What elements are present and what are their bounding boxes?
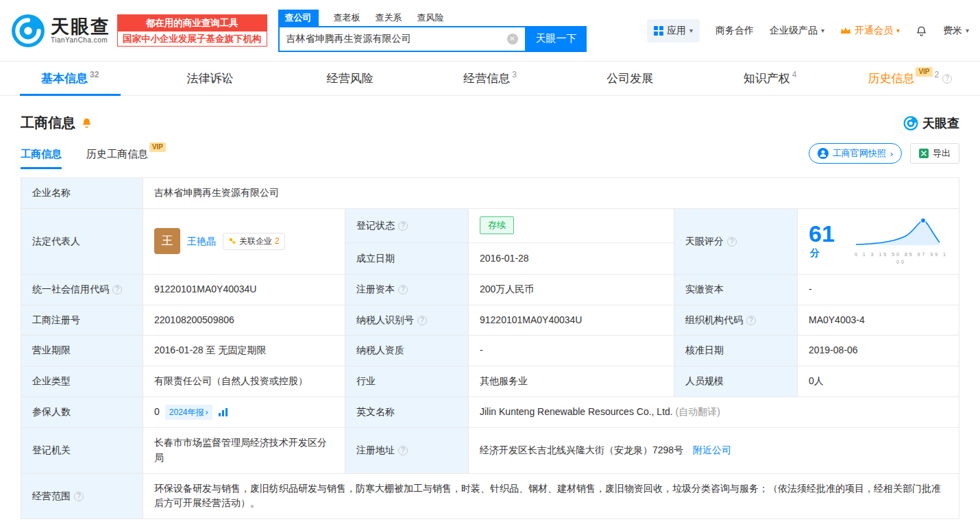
english-name-cell: Jilin Kunteng Renewable Resources Co., L… <box>469 397 959 428</box>
tab-label: 知识产权 <box>744 71 790 86</box>
tianyancha-watermark: 天眼查 <box>903 115 959 131</box>
apps-menu-label: 应用 <box>667 25 686 37</box>
label-text: 注册地址 <box>356 444 395 455</box>
monitor-bell-icon[interactable] <box>81 117 93 129</box>
tab-operating-risk[interactable]: 经营风险 <box>280 62 420 95</box>
business-term-value: 2016-01-28 至 无固定期限 <box>143 336 345 366</box>
enterprise-product-menu[interactable]: 企业级产品 ▾ <box>770 25 824 37</box>
score-unit: 分 <box>810 247 820 258</box>
related-company-tag[interactable]: 关联企业 2 <box>223 233 285 250</box>
reg-capital-label: 注册资本? <box>345 275 469 305</box>
help-icon[interactable]: ? <box>727 237 737 247</box>
tab-history-info[interactable]: 历史信息 VIP 2 ? <box>840 62 980 95</box>
arrow-right-icon: › <box>206 406 208 419</box>
legal-rep-cell: 王 王艳晶 关联企业 2 <box>143 208 345 274</box>
tab-label: 经营风险 <box>327 71 373 86</box>
help-icon[interactable]: ? <box>746 316 756 325</box>
search-tab-relation[interactable]: 查关系 <box>376 12 402 24</box>
reg-number-value: 220108200509806 <box>143 305 345 336</box>
staff-size-value: 0人 <box>798 366 959 397</box>
score-cell: 61分 0 1 3 15 50 85 97 99 100 <box>798 208 959 274</box>
reg-authority-value: 长春市市场监督管理局经济技术开发区分局 <box>143 428 345 473</box>
help-icon[interactable]: ? <box>417 316 427 325</box>
help-icon[interactable]: ? <box>942 74 952 84</box>
header-menu: 应用 ▾ 商务合作 企业级产品 ▾ 开通会员 ▾ 费米 ▾ <box>647 19 969 42</box>
grid-icon <box>654 26 663 36</box>
header: 天眼查 TianYanCha.com 都在用的商业查询工具 国家中小企业发展子基… <box>0 0 980 62</box>
org-code-value: MA0Y4003-4 <box>798 305 959 336</box>
org-code-label: 组织机构代码? <box>674 305 798 336</box>
search-input[interactable] <box>286 34 507 45</box>
tab-basic-info[interactable]: 基本信息 32 <box>0 62 140 95</box>
tab-legal-litigation[interactable]: 法律诉讼 <box>140 62 280 95</box>
promo-banner-line2: 国家中小企业发展子基金旗下机构 <box>118 32 267 47</box>
help-icon[interactable]: ? <box>398 446 408 455</box>
legal-rep-name-link[interactable]: 王艳晶 <box>187 234 216 249</box>
search-tab-boss[interactable]: 查老板 <box>334 12 360 24</box>
help-icon[interactable]: ? <box>112 285 122 294</box>
official-snapshot-button[interactable]: 工商官网快照 › <box>809 143 902 164</box>
notification-bell[interactable] <box>916 25 927 37</box>
help-icon[interactable]: ? <box>398 221 408 231</box>
tab-label: 基本信息 <box>41 71 88 86</box>
user-menu[interactable]: 费米 ▾ <box>943 25 969 37</box>
industry-label: 行业 <box>345 366 469 397</box>
help-icon[interactable]: ? <box>398 285 408 294</box>
paid-capital-label: 实缴资本 <box>674 275 798 305</box>
label-text: 纳税人识别号 <box>356 314 414 325</box>
score-number: 61 <box>809 221 835 247</box>
subtab-business-info[interactable]: 工商信息 <box>21 148 62 169</box>
approval-date-label: 核准日期 <box>674 336 798 366</box>
company-type-label: 企业类型 <box>21 366 143 397</box>
tab-count: 4 <box>792 70 797 79</box>
nearby-companies-link[interactable]: 附近公司 <box>693 444 731 455</box>
tab-label: 历史信息 <box>868 71 914 86</box>
arrow-right-icon: › <box>890 149 893 159</box>
search-button[interactable]: 天眼一下 <box>526 26 587 52</box>
business-term-label: 营业期限 <box>21 336 143 366</box>
biz-cooperation-menu[interactable]: 商务合作 <box>715 25 754 37</box>
avatar[interactable]: 王 <box>154 228 180 254</box>
apps-menu[interactable]: 应用 ▾ <box>647 19 700 42</box>
main-content: 工商信息 天眼查 工商信息 历史工商信息 VIP <box>0 114 980 519</box>
table-row: 营业期限 2016-01-28 至 无固定期限 纳税人资质 - 核准日期 201… <box>21 336 959 366</box>
vip-upgrade-menu[interactable]: 开通会员 ▾ <box>840 25 900 37</box>
search-tab-risk[interactable]: 查风险 <box>417 12 444 24</box>
establish-date-label: 成立日期 <box>345 243 469 275</box>
clear-search-icon[interactable]: ✕ <box>507 34 518 45</box>
company-name-value: 吉林省坤腾再生资源有限公司 <box>143 178 959 209</box>
brand-name: 天眼查 <box>51 17 110 36</box>
section-title: 工商信息 <box>21 114 75 132</box>
reg-authority-label: 登记机关 <box>21 428 143 473</box>
score-chart: 0 1 3 15 50 85 97 99 100 <box>855 216 948 266</box>
tianyancha-logo[interactable]: 天眼查 TianYanCha.com <box>11 14 110 48</box>
annual-report-badge[interactable]: 2024年报 › <box>165 405 212 420</box>
watermark-brand: 天眼查 <box>922 115 959 131</box>
annual-report-label: 2024年报 <box>169 406 204 419</box>
export-button[interactable]: 导出 <box>910 143 959 164</box>
table-row: 工商注册号 220108200509806 纳税人识别号? 91220101MA… <box>21 305 959 336</box>
label-text: 组织机构代码 <box>685 314 743 325</box>
label-text: 注册资本 <box>356 284 395 294</box>
help-icon[interactable]: ? <box>74 492 84 501</box>
search-tab-company[interactable]: 查公司 <box>278 10 319 26</box>
subtab-history-business-info[interactable]: 历史工商信息 VIP <box>86 148 148 169</box>
tab-label: 公司发展 <box>607 71 653 86</box>
snapshot-button-label: 工商官网快照 <box>833 147 886 160</box>
table-row: 经营范围? 环保设备研发与销售，废旧纺织品研发与销售，防寒大棚被加工与销售，时装… <box>21 473 959 518</box>
tab-operating-info[interactable]: 经营信息 3 <box>420 62 560 95</box>
table-row: 登记机关 长春市市场监督管理局经济技术开发区分局 注册地址? 经济开发区长吉北线… <box>21 428 959 473</box>
enterprise-product-label: 企业级产品 <box>770 25 818 37</box>
tianyancha-logo-icon <box>903 116 918 131</box>
subtab-label: 历史工商信息 <box>86 148 148 160</box>
reg-address-cell: 经济开发区长吉北线兴隆大街（安龙泉）7298号 附近公司 <box>469 428 959 473</box>
tab-label: 法律诉讼 <box>186 71 233 86</box>
tianyancha-logo-icon <box>11 14 45 48</box>
auto-translate-note: (自动翻译) <box>676 406 720 417</box>
credit-code-label: 统一社会信用代码? <box>21 275 143 305</box>
brand-domain: TianYanCha.com <box>51 36 110 44</box>
trend-chart-icon[interactable] <box>218 407 229 417</box>
tab-intellectual-property[interactable]: 知识产权 4 <box>700 62 840 95</box>
table-row: 企业名称 吉林省坤腾再生资源有限公司 <box>21 178 959 209</box>
tab-company-development[interactable]: 公司发展 <box>560 62 700 95</box>
